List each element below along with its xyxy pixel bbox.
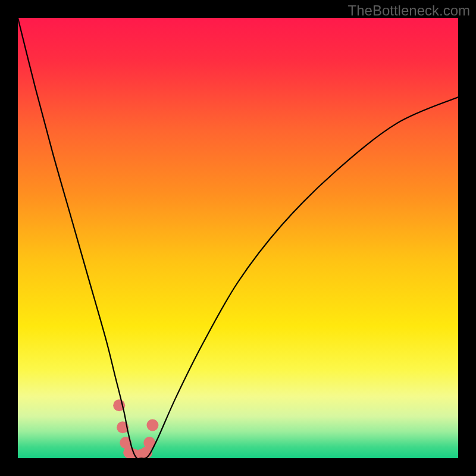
watermark-text: TheBottleneck.com bbox=[348, 2, 470, 19]
chart-svg bbox=[18, 18, 458, 458]
outer-frame: TheBottleneck.com bbox=[0, 0, 476, 476]
marker-dot bbox=[146, 419, 158, 431]
chart-canvas bbox=[18, 18, 458, 458]
heatmap-background bbox=[18, 18, 458, 458]
